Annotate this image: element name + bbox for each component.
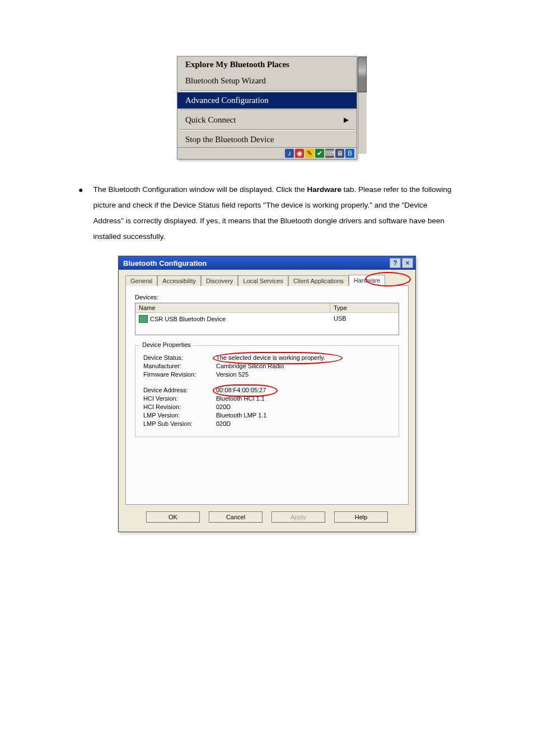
col-type[interactable]: Type (330, 303, 399, 312)
tab-general[interactable]: General (125, 275, 157, 286)
prop-value: The selected device is working properly. (216, 354, 391, 361)
bluetooth-tray-icon[interactable]: B (345, 149, 354, 158)
tab-accessibility[interactable]: Accessibility (157, 275, 201, 286)
tray-icon[interactable]: 🖥 (335, 149, 344, 158)
prop-label: Device Address: (143, 387, 216, 393)
tab-local-services[interactable]: Local Services (238, 275, 288, 286)
prop-value: 020D (216, 420, 391, 427)
prop-row-hci-revision: HCI Revision: 020D (143, 403, 391, 410)
group-legend: Device Properties (140, 341, 193, 348)
prop-value: Version 525 (216, 371, 391, 378)
prop-row-status: Device Status: The selected device is wo… (143, 354, 391, 361)
bullet-icon: ● (78, 182, 83, 245)
help-button[interactable]: Help (334, 511, 388, 523)
prop-row-address: Device Address: 00:08:F4:00:05:27 (143, 387, 391, 393)
list-header: Name Type (135, 303, 399, 313)
menu-item-explore[interactable]: Explore My Bluetooth Places (177, 57, 357, 73)
instruction-text: The Bluetooth Configuration window will … (93, 182, 456, 245)
menu-separator (180, 129, 354, 130)
context-menu: Explore My Bluetooth Places Bluetooth Se… (177, 56, 357, 159)
tray-icon[interactable]: ♪ (285, 149, 294, 158)
tray-icon[interactable]: ◉ (295, 149, 304, 158)
tab-strip: General Accessibility Discovery Local Se… (125, 274, 409, 285)
dialog-body: General Accessibility Discovery Local Se… (119, 270, 415, 532)
devices-label: Devices: (135, 294, 399, 300)
help-button[interactable]: ? (390, 258, 401, 268)
prop-row-lmp-version: LMP Version: Bluetooth LMP 1.1 (143, 412, 391, 419)
cancel-button[interactable]: Cancel (209, 511, 263, 523)
prop-value: Cambridge Silicon Radio (216, 363, 391, 369)
menu-item-stop[interactable]: Stop the Bluetooth Device (177, 132, 357, 148)
text-bold: Hardware (307, 185, 341, 194)
scrollbar-decoration (358, 57, 367, 92)
device-name: CSR USB Bluetooth Device (150, 316, 226, 322)
tab-panel-hardware: Devices: Name Type CSR USB Bluetooth Dev… (125, 285, 409, 505)
usb-device-icon (139, 315, 148, 323)
tab-hardware[interactable]: Hardware (349, 275, 386, 286)
bluetooth-config-dialog: Bluetooth Configuration ? × General Acce… (118, 256, 416, 532)
menu-separator (180, 110, 354, 111)
device-row[interactable]: CSR USB Bluetooth Device USB (135, 313, 399, 325)
dialog-button-row: OK Cancel Apply Help (125, 511, 409, 525)
menu-separator (180, 90, 354, 91)
address-text: 00:08:F4:00:05:27 (216, 387, 266, 393)
col-name[interactable]: Name (135, 303, 330, 312)
scrollbar-decoration (358, 92, 367, 154)
apply-button: Apply (271, 511, 325, 523)
tab-discovery[interactable]: Discovery (201, 275, 238, 286)
prop-value: Bluetooth HCI 1.1 (216, 395, 391, 402)
device-type-cell: USB (330, 313, 399, 325)
document-page: Explore My Bluetooth Places Bluetooth Se… (0, 0, 534, 577)
menu-item-wizard[interactable]: Bluetooth Setup Wizard (177, 73, 357, 89)
prop-value: 00:08:F4:00:05:27 (216, 387, 391, 393)
prop-label: Device Status: (143, 354, 216, 361)
dialog-figure: Bluetooth Configuration ? × General Acce… (67, 256, 467, 532)
text-pre: The Bluetooth Configuration window will … (93, 185, 307, 194)
status-text: The selected device is working properly. (216, 354, 325, 361)
titlebar-buttons: ? × (390, 258, 413, 268)
prop-label: LMP Version: (143, 412, 216, 419)
device-list[interactable]: Name Type CSR USB Bluetooth Device USB (135, 303, 399, 335)
system-tray: ♪ ◉ ✎ ✔ ⌨ 🖥 B (177, 147, 357, 159)
prop-label: Manufacturer: (143, 363, 216, 369)
menu-item-quick-connect[interactable]: Quick Connect ▶ (177, 112, 357, 128)
submenu-arrow-icon: ▶ (344, 116, 349, 124)
prop-row-hci-version: HCI Version: Bluetooth HCI 1.1 (143, 395, 391, 402)
menu-item-advanced[interactable]: Advanced Configuration (177, 92, 357, 109)
ok-button[interactable]: OK (146, 511, 200, 523)
prop-row-manufacturer: Manufacturer: Cambridge Silicon Radio (143, 363, 391, 369)
prop-label: LMP Sub Version: (143, 420, 216, 427)
menu-item-label: Quick Connect (185, 115, 236, 125)
prop-value: 020D (216, 403, 391, 410)
context-menu-figure: Explore My Bluetooth Places Bluetooth Se… (67, 56, 467, 159)
instruction-bullet: ● The Bluetooth Configuration window wil… (78, 182, 456, 245)
window-title: Bluetooth Configuration (123, 259, 207, 267)
device-properties-group: Device Properties Device Status: The sel… (135, 345, 399, 437)
tab-client-applications[interactable]: Client Applications (288, 275, 349, 286)
device-name-cell: CSR USB Bluetooth Device (135, 313, 330, 325)
prop-label: HCI Revision: (143, 403, 216, 410)
prop-value: Bluetooth LMP 1.1 (216, 412, 391, 419)
prop-row-lmp-subversion: LMP Sub Version: 020D (143, 420, 391, 427)
tray-icon[interactable]: ✔ (315, 149, 324, 158)
close-button[interactable]: × (402, 258, 413, 268)
spacer (143, 379, 391, 385)
prop-label: Firmware Revision: (143, 371, 216, 378)
tray-icon[interactable]: ⌨ (325, 149, 334, 158)
titlebar: Bluetooth Configuration ? × (119, 256, 415, 270)
prop-row-firmware: Firmware Revision: Version 525 (143, 371, 391, 378)
prop-label: HCI Version: (143, 395, 216, 402)
tray-icon[interactable]: ✎ (305, 149, 314, 158)
